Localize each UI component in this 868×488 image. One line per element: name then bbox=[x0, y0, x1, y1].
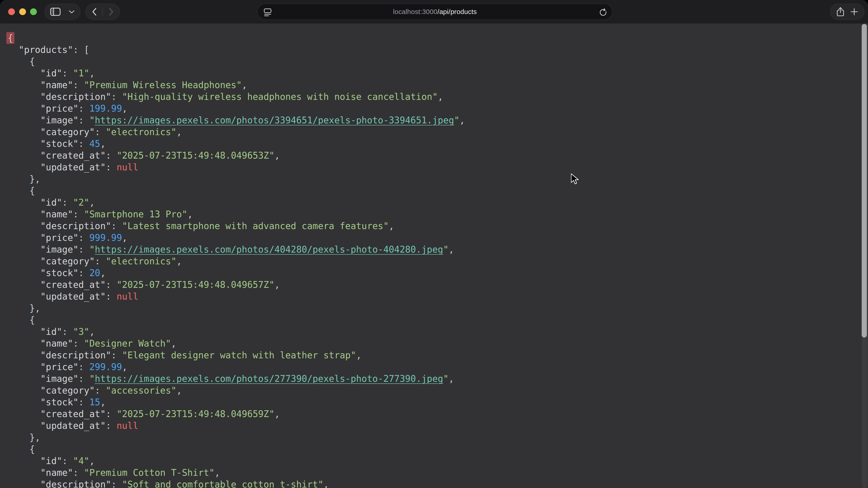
reload-button[interactable] bbox=[598, 8, 608, 17]
reload-icon bbox=[598, 8, 608, 17]
toolbar-actions-group bbox=[830, 4, 864, 20]
chevron-left-icon bbox=[92, 8, 97, 16]
address-bar[interactable]: localhost:3000/api/products bbox=[257, 4, 613, 20]
chevron-right-icon bbox=[109, 8, 114, 16]
matched-brace: { bbox=[6, 32, 14, 44]
nav-divider bbox=[102, 7, 103, 17]
chevron-down-icon bbox=[69, 10, 74, 13]
navigation-group bbox=[86, 4, 120, 20]
image-url-link[interactable]: https://images.pexels.com/photos/404280/… bbox=[95, 244, 443, 255]
scrollbar-thumb[interactable] bbox=[862, 24, 867, 337]
image-url-link[interactable]: https://images.pexels.com/photos/3394651… bbox=[95, 115, 454, 125]
close-button[interactable] bbox=[8, 8, 15, 15]
sidebar-toggle-button[interactable] bbox=[50, 8, 61, 16]
url-path: /api/products bbox=[437, 8, 477, 15]
page-settings-icon bbox=[263, 8, 272, 17]
new-tab-button[interactable] bbox=[850, 8, 858, 15]
share-button[interactable] bbox=[836, 7, 844, 17]
scrollbar-track[interactable] bbox=[862, 24, 868, 488]
share-icon bbox=[836, 7, 844, 17]
browser-window: localhost:3000/api/products bbox=[0, 0, 868, 488]
back-button[interactable] bbox=[92, 8, 97, 16]
image-url-link[interactable]: https://images.pexels.com/photos/277390/… bbox=[95, 373, 443, 384]
browser-toolbar: localhost:3000/api/products bbox=[0, 0, 868, 24]
forward-button[interactable] bbox=[109, 8, 114, 16]
url-host: localhost:3000 bbox=[393, 8, 437, 15]
page-settings-button[interactable] bbox=[263, 8, 272, 17]
sidebar-toggle-group bbox=[44, 4, 81, 20]
plus-icon bbox=[850, 8, 858, 15]
url-text: localhost:3000/api/products bbox=[258, 8, 612, 15]
zoom-button[interactable] bbox=[30, 8, 37, 15]
json-viewer: { "products": [ { "id": "1", "name": "Pr… bbox=[0, 24, 868, 488]
page-content: { "products": [ { "id": "1", "name": "Pr… bbox=[0, 24, 868, 488]
tab-group-menu-button[interactable] bbox=[69, 10, 74, 13]
minimize-button[interactable] bbox=[19, 8, 26, 15]
sidebar-icon bbox=[50, 8, 61, 16]
